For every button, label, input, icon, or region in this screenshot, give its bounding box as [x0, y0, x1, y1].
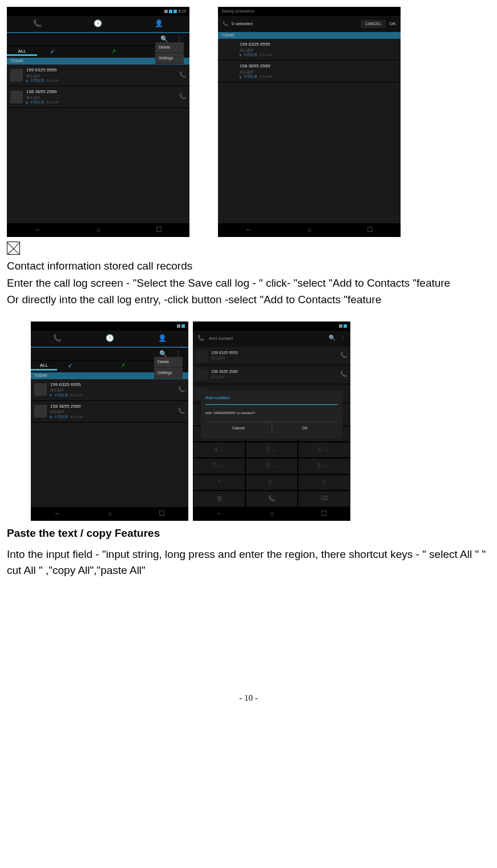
phone-number: 158 3655 2589 — [26, 89, 179, 95]
phone-number: 159 6325 9555 — [50, 381, 178, 388]
top-tabs: 📞 🕓 👤 — [7, 16, 189, 33]
time: 8:13 AM — [46, 100, 59, 105]
key-4[interactable]: 4 GHI — [193, 442, 245, 459]
add-contact-dialog: Add contact Add "15963259555" to contact… — [201, 390, 342, 439]
screenshot-call-log-menu-small: 📞 🕓 👤 🔍⋮ ALL ↙ ↗ ↙ TODAY 159 6325 9555 浙… — [31, 322, 188, 521]
location: 浙江温州 — [240, 48, 397, 53]
time: 8:13 AM — [46, 78, 59, 83]
call-icon[interactable]: 📞 — [179, 93, 186, 101]
phone-number: 159 6325 9555 — [240, 41, 397, 48]
phone-number: 158 3655 2589 — [211, 369, 340, 375]
carrier: 中国联通 — [30, 100, 44, 105]
popup-settings[interactable]: Settings — [154, 368, 183, 379]
tab-incoming[interactable]: ↙ — [37, 47, 67, 57]
recent-apps-icon[interactable]: ☐ — [367, 225, 373, 235]
key-9[interactable]: 9 WXYZ — [298, 458, 350, 475]
tab-all[interactable]: ALL — [31, 362, 57, 371]
paragraph: Into the input field - "input string, lo… — [7, 546, 490, 578]
back-icon[interactable]: ← — [54, 509, 61, 519]
carrier: 中国联通 — [244, 74, 257, 79]
menu-icon[interactable]: ⋮ — [340, 334, 346, 343]
popup-delete[interactable]: Delete — [154, 357, 183, 368]
location: 浙江温州 — [50, 409, 178, 415]
recent-apps-icon[interactable]: ☐ — [321, 509, 327, 519]
home-icon[interactable]: ⌂ — [308, 225, 312, 235]
back-icon[interactable]: ← — [34, 225, 41, 235]
contacts-icon[interactable]: 👤 — [158, 333, 167, 343]
back-icon[interactable]: ← — [216, 509, 223, 519]
page-number: - 10 - — [7, 692, 490, 705]
contacts-icon[interactable]: 👤 — [155, 19, 163, 29]
recent-icon[interactable]: 🕓 — [94, 19, 102, 29]
call-log-entry[interactable]: 159 6325 9555 浙江温州 中国联通 8:13 AM 📞 — [7, 65, 189, 86]
carrier: 中国联通 — [30, 78, 44, 83]
home-icon[interactable]: ⌂ — [108, 509, 112, 519]
android-navbar: ← ⌂ ☐ — [31, 507, 188, 521]
cancel-button[interactable]: CANCEL — [361, 20, 386, 28]
backspace-icon[interactable]: ⌫ — [298, 491, 350, 507]
section-heading: Paste the text / copy Features — [7, 525, 490, 541]
top-screenshot-row: 8:13 📞 🕓 👤 🔍⋮ ALL ↙ ↗ ↙ TODAY 159 6325 9… — [7, 7, 490, 237]
call-icon[interactable]: 📞 — [178, 385, 185, 394]
key-5[interactable]: 5 JKL — [245, 442, 298, 459]
key-7[interactable]: 7 PQRS — [193, 458, 245, 475]
call-log-entry[interactable]: 158 3655 2589 浙江温州 中国联通 8:13 AM 📞 — [31, 401, 188, 423]
carrier: 中国联通 — [244, 53, 257, 58]
dialog-ok-button[interactable]: OK — [272, 422, 338, 435]
phone-icon[interactable]: 📞 — [53, 333, 62, 343]
dial-icon[interactable]: 📞 — [245, 491, 298, 507]
tab-outgoing[interactable]: ↗ — [98, 47, 128, 57]
screenshot-saving-selection: Saving screenshot 📞 0 selected CANCEL OK… — [218, 7, 401, 237]
carrier: 中国联通 — [54, 415, 68, 420]
location: 浙江温州 — [211, 356, 340, 361]
recent-icon[interactable]: 🕓 — [106, 333, 114, 343]
key-6[interactable]: 6 MNO — [298, 442, 350, 459]
status-bar: 8:13 — [7, 7, 189, 16]
popup-delete[interactable]: Delete — [155, 42, 184, 53]
home-icon[interactable]: ⌂ — [270, 509, 274, 519]
key-star[interactable]: * — [193, 475, 245, 491]
call-icon[interactable]: 📞 — [178, 407, 185, 416]
call-icon[interactable]: 📞 — [179, 71, 186, 79]
location: 浙江温州 — [26, 74, 179, 79]
phone-number: 159 6325 9555 — [211, 350, 340, 356]
call-icon[interactable]: 📞 — [340, 370, 347, 379]
popup-menu: Delete Settings — [154, 357, 183, 379]
recent-apps-icon[interactable]: ☐ — [156, 225, 162, 235]
search-icon[interactable]: 🔍 — [329, 334, 336, 343]
dialog-cancel-button[interactable]: Cancel — [205, 422, 272, 435]
saving-label: Saving screenshot — [221, 9, 254, 13]
phone-icon: 📞 — [223, 21, 228, 27]
back-icon[interactable]: ← — [245, 225, 252, 235]
home-icon[interactable]: ⌂ — [96, 225, 100, 235]
dialog-message: Add "15963259555" to contacts? — [205, 405, 338, 421]
selected-count: 0 selected — [232, 21, 252, 27]
carrier: 中国联通 — [54, 393, 68, 398]
statusbar-time: 8:13 — [178, 9, 186, 14]
paragraph: Contact information stored call records — [7, 258, 490, 274]
contact-row[interactable]: 159 6325 9555浙江温州 📞 — [193, 347, 350, 365]
call-log-entry[interactable]: 159 6325 9555 浙江温州 中国联通 8:13 AM 📞 — [31, 379, 188, 401]
popup-settings[interactable]: Settings — [155, 53, 184, 64]
key-8[interactable]: 8 TUV — [245, 458, 298, 475]
status-bar: Saving screenshot — [218, 7, 401, 16]
recent-apps-icon[interactable]: ☐ — [159, 509, 165, 519]
popup-menu: Delete Settings — [155, 42, 184, 64]
call-log-entry[interactable]: 158 3655 2589 浙江温州 中国联通 8:13 AM — [218, 61, 401, 82]
phone-icon[interactable]: 📞 — [33, 19, 42, 29]
ok-label[interactable]: OK — [389, 21, 396, 27]
screenshot-add-contact-dialog: 📞 Add contact 🔍 ⋮ 159 6325 9555浙江温州 📞 15… — [193, 322, 350, 521]
call-icon[interactable]: 📞 — [340, 351, 347, 360]
dialog-title: Add contact — [205, 395, 338, 405]
call-log-entry[interactable]: 159 6325 9555 浙江温州 中国联通 8:13 AM — [218, 39, 401, 61]
key-0[interactable]: 0 + — [245, 475, 298, 491]
paragraph: Or directly into the call log entry, -cl… — [7, 292, 490, 308]
key-hash[interactable]: # — [298, 475, 350, 491]
tab-all[interactable]: ALL — [7, 48, 37, 57]
contact-row[interactable]: 158 3655 2589浙江温州 📞 — [193, 365, 350, 384]
call-log-entry[interactable]: 158 3655 2589 浙江温州 中国联通 8:13 AM 📞 — [7, 86, 189, 108]
hide-dialpad-icon[interactable]: ▥ — [193, 491, 245, 507]
android-navbar: ← ⌂ ☐ — [7, 223, 189, 237]
avatar — [10, 69, 23, 82]
phone-number: 159 6325 9555 — [26, 67, 179, 74]
